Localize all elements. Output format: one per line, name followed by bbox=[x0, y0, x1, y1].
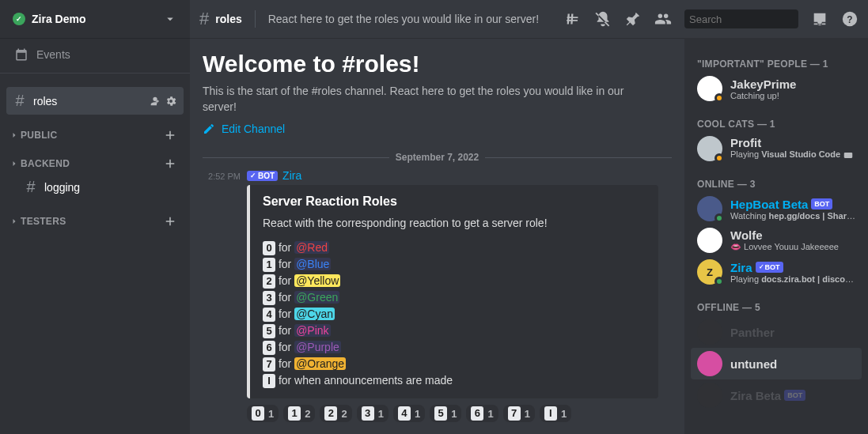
avatar bbox=[697, 76, 722, 101]
member-row[interactable]: Wolfe👄 Lovvee Youuu Jakeeeee bbox=[691, 225, 862, 256]
keycap-emoji: 6 bbox=[471, 406, 483, 421]
plus-icon[interactable] bbox=[163, 128, 177, 142]
role-mention[interactable]: @Pink bbox=[294, 324, 330, 337]
channel-logging[interactable]: #logging bbox=[6, 173, 184, 201]
events-row[interactable]: Events bbox=[0, 40, 190, 74]
hash-icon: # bbox=[13, 92, 27, 110]
search-box[interactable] bbox=[684, 9, 798, 28]
keycap-emoji: I bbox=[544, 406, 557, 421]
bot-tag: BOT bbox=[784, 390, 805, 401]
keycap-emoji: 6 bbox=[263, 341, 275, 355]
plus-icon[interactable] bbox=[163, 214, 177, 228]
reaction[interactable]: 51 bbox=[430, 405, 461, 422]
role-mention[interactable]: @Orange bbox=[294, 357, 346, 370]
role-line: 1 for @Blue bbox=[263, 256, 646, 273]
keycap-emoji: 0 bbox=[263, 241, 275, 255]
rich-presence-icon bbox=[843, 150, 854, 161]
avatar bbox=[697, 319, 722, 345]
reaction[interactable]: 31 bbox=[357, 405, 389, 422]
keycap-emoji: 3 bbox=[263, 291, 275, 305]
member-group-header: COOL CATS — 1 bbox=[691, 104, 862, 133]
keycap-emoji: 7 bbox=[263, 357, 275, 372]
mute-icon[interactable] bbox=[594, 10, 612, 28]
threads-icon[interactable] bbox=[564, 10, 582, 28]
keycap-emoji: 3 bbox=[362, 406, 374, 421]
gear-icon[interactable] bbox=[165, 95, 177, 108]
avatar bbox=[697, 351, 722, 376]
member-group-header: OFFLINE — 5 bbox=[691, 288, 862, 316]
member-row[interactable]: Panther bbox=[691, 316, 862, 348]
member-activity: 👄 Lovvee Youuu Jakeeeee bbox=[730, 242, 839, 252]
role-mention[interactable]: @Red bbox=[294, 241, 329, 254]
role-mention[interactable]: @Blue bbox=[294, 258, 331, 270]
keycap-emoji: 2 bbox=[263, 274, 275, 289]
channel-name: roles bbox=[33, 95, 57, 108]
channel-topic[interactable]: React here to get the roles you would li… bbox=[268, 13, 553, 25]
role-mention[interactable]: @Cyan bbox=[294, 308, 335, 320]
member-row[interactable]: HepBoat BetaBOTWatching hep.gg/docs | Sh… bbox=[691, 193, 862, 225]
role-line: 2 for @Yellow bbox=[263, 273, 646, 289]
status-dot bbox=[714, 213, 724, 223]
verified-icon: ✓ bbox=[13, 13, 25, 25]
category-testers[interactable]: TESTERS bbox=[6, 202, 184, 230]
role-line: 5 for @Pink bbox=[263, 323, 646, 339]
member-name: untuned bbox=[730, 357, 777, 371]
chevron-right-icon bbox=[9, 159, 19, 168]
member-activity: Playing docs.zira.bot | discord.... bbox=[730, 274, 855, 284]
server-header[interactable]: ✓Zira Demo bbox=[0, 0, 190, 38]
reaction[interactable]: 01 bbox=[247, 405, 279, 422]
member-name: ZiraBOT bbox=[730, 261, 855, 274]
pencil-icon bbox=[203, 123, 215, 135]
reaction[interactable]: 12 bbox=[283, 405, 315, 422]
category-public[interactable]: PUBLIC bbox=[6, 115, 184, 144]
member-name: Panther bbox=[730, 326, 775, 339]
avatar: Z bbox=[697, 259, 722, 285]
reaction[interactable]: 22 bbox=[320, 405, 351, 422]
avatar bbox=[697, 136, 722, 161]
inbox-icon[interactable] bbox=[811, 10, 828, 28]
pin-icon[interactable] bbox=[624, 10, 642, 28]
keycap-emoji: 5 bbox=[434, 406, 447, 421]
role-line: I for when announcements are made bbox=[263, 372, 646, 389]
help-icon[interactable]: ? bbox=[841, 10, 859, 28]
member-name: Zira BetaBOT bbox=[730, 389, 805, 402]
keycap-emoji: 0 bbox=[252, 406, 264, 421]
avatar bbox=[697, 383, 722, 408]
edit-channel-link[interactable]: Edit Channel bbox=[203, 123, 285, 135]
role-mention[interactable]: @Purple bbox=[294, 341, 341, 353]
member-group-header: "IMPORTANT" PEOPLE — 1 bbox=[691, 44, 862, 73]
role-mention[interactable]: @Green bbox=[294, 291, 339, 304]
keycap-emoji: 4 bbox=[398, 406, 411, 421]
members-icon[interactable] bbox=[654, 10, 672, 28]
member-name: HepBoat BetaBOT bbox=[730, 198, 855, 211]
keycap-emoji: 1 bbox=[288, 406, 301, 421]
message-author[interactable]: Zira bbox=[282, 169, 301, 182]
create-invite-icon[interactable] bbox=[149, 95, 161, 108]
member-name: Profit bbox=[730, 136, 854, 149]
member-group-header: ONLINE — 3 bbox=[691, 164, 862, 193]
member-row[interactable]: ProfitPlaying Visual Studio Code bbox=[691, 133, 862, 164]
member-row[interactable]: ZZiraBOTPlaying docs.zira.bot | discord.… bbox=[691, 256, 862, 288]
chat-area: # roles React here to get the roles you … bbox=[190, 0, 868, 434]
role-mention[interactable]: @Yellow bbox=[294, 274, 340, 287]
reaction[interactable]: 61 bbox=[466, 405, 498, 422]
reaction[interactable]: I1 bbox=[540, 405, 571, 422]
category-backend[interactable]: BACKEND bbox=[6, 144, 184, 172]
reaction[interactable]: 71 bbox=[503, 405, 535, 422]
search-input[interactable] bbox=[689, 13, 822, 25]
avatar bbox=[697, 196, 722, 221]
chat-header: # roles React here to get the roles you … bbox=[190, 0, 868, 38]
avatar bbox=[697, 228, 722, 253]
bot-tag: BOT bbox=[247, 171, 278, 181]
role-line: 3 for @Green bbox=[263, 289, 646, 306]
channel-roles[interactable]: # roles bbox=[6, 87, 184, 115]
message-timestamp: 2:52 PM bbox=[203, 169, 247, 181]
member-row[interactable]: untuned bbox=[691, 348, 862, 379]
keycap-emoji: I bbox=[263, 374, 275, 388]
reaction[interactable]: 41 bbox=[393, 405, 425, 422]
member-row[interactable]: JakeyPrimeCatching up! bbox=[691, 73, 862, 104]
member-row[interactable]: Zira BetaBOT bbox=[691, 379, 862, 411]
server-name: Zira Demo bbox=[32, 13, 85, 25]
plus-icon[interactable] bbox=[163, 157, 177, 171]
bot-tag: BOT bbox=[811, 198, 832, 209]
